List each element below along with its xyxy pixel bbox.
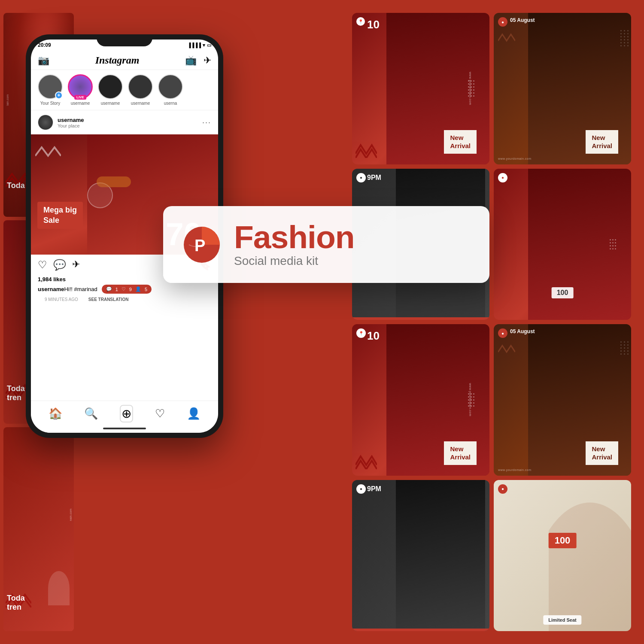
post-caption-row: username Hi!! #marinad 💬 1 ♡ 9 👤 5 xyxy=(31,283,218,295)
nav-home[interactable]: 🏠 xyxy=(49,407,62,420)
your-story-label: Your Story xyxy=(40,101,60,106)
card-top-right-dots xyxy=(620,30,629,46)
story-label-1: username xyxy=(71,101,90,106)
stories-row: + Your Story LIVE username username xyxy=(31,70,218,110)
caption-text: Hi!! #marinad xyxy=(64,286,97,292)
card-top-right-zigzag xyxy=(498,30,515,45)
story-3[interactable]: username xyxy=(128,74,153,106)
sale-badge: Mega bigSale xyxy=(37,202,83,229)
phone-home-bar xyxy=(103,428,146,429)
card-top-left-number: 10 xyxy=(367,18,380,31)
story-your-story[interactable]: + Your Story xyxy=(38,74,63,106)
card-bottom-left-chevron xyxy=(355,452,377,469)
card-top-right-badge: NewArrival xyxy=(586,130,618,154)
card-btm2-right-number: 100 xyxy=(549,533,577,548)
center-overlay-card: P Fashion Social media kit xyxy=(163,206,489,283)
story-4[interactable]: userna xyxy=(158,74,183,106)
card-bottom-left-number: 10 xyxy=(367,329,380,343)
card-bottom-right-zigzag xyxy=(498,341,515,356)
mega-sale-text: Mega bigSale xyxy=(37,202,83,229)
card-bottom-right-pin: ● xyxy=(498,328,507,338)
signal-icon: ▐▐▐▐ xyxy=(188,43,201,48)
card-top-right-date: 05 August xyxy=(510,17,535,23)
card-mid-right: ● 100 xyxy=(494,169,631,320)
send-icon[interactable]: ✈ xyxy=(204,55,211,66)
bubble-heart-count: 9 xyxy=(129,287,132,292)
left-card-3-text: Todatren xyxy=(7,594,25,612)
card-bottom-right-date: 05 August xyxy=(510,328,535,334)
post-user-info: username Your place xyxy=(58,117,84,128)
card-btm2-left-pin: ● xyxy=(356,484,366,494)
post-header: username Your place ··· xyxy=(31,110,218,134)
card-mid-right-number: 100 xyxy=(552,287,574,298)
card-mid-right-dots xyxy=(610,169,627,320)
card-bottom-left-domain: www.yourdomain.com xyxy=(469,383,472,416)
bubble-user-count: 5 xyxy=(145,287,147,292)
card-top-left-pin: 📍 xyxy=(356,17,365,26)
comment-bubble[interactable]: 💬 1 ♡ 9 👤 5 xyxy=(102,285,152,294)
post-username: username xyxy=(58,117,84,123)
bubble-comment-count: 1 xyxy=(115,287,118,292)
live-badge: LIVE xyxy=(74,95,86,100)
fashion-title: Fashion xyxy=(234,221,470,253)
live-story-circle: LIVE xyxy=(68,74,93,99)
card-btm2-right-limited: Limited Seat xyxy=(543,615,581,625)
sunglasses-hint xyxy=(97,176,131,187)
caption-username: username xyxy=(38,286,64,292)
card-bottom-right-badge: NewArrival xyxy=(586,441,618,465)
card-bottom-left-badge: NewArrival xyxy=(444,441,477,465)
ig-header-actions: 📺 ✈ xyxy=(185,55,211,66)
nav-profile[interactable]: 👤 xyxy=(187,407,200,420)
camera-icon[interactable]: 📷 xyxy=(38,55,49,66)
bubble-comment-icon: 💬 xyxy=(106,286,112,292)
wifi-icon: ▾ xyxy=(203,43,205,48)
status-bar: 20:09 ▐▐▐▐ ▾ ▭ xyxy=(38,42,211,48)
card-btm2-left-model xyxy=(396,480,485,632)
card-btm2-left-bottom-bar xyxy=(352,629,489,631)
story-2[interactable]: username xyxy=(98,74,123,106)
comment-icon[interactable]: 💬 xyxy=(53,259,66,271)
post-more-icon[interactable]: ··· xyxy=(202,118,211,127)
heart-icon[interactable]: ♡ xyxy=(38,259,47,271)
story-label-3: username xyxy=(131,101,150,106)
card-btm2-right: ● 100 Limited Seat xyxy=(494,480,631,632)
post-time: 9 MINUTES AGO xyxy=(38,296,85,303)
card-bottom-right-domain: www.yourdomain.com xyxy=(498,468,531,471)
card-btm2-left: ● 9PM xyxy=(352,480,489,632)
nav-heart[interactable]: ♡ xyxy=(155,407,165,420)
status-right-icons: ▐▐▐▐ ▾ ▭ xyxy=(188,42,211,48)
see-translation[interactable]: SEE TRANSLATION xyxy=(88,297,129,302)
card-bottom-left-pin: 📍 xyxy=(356,328,366,338)
instagram-title: Instagram xyxy=(95,55,140,66)
right-cards-grid: 📍 10 NewArrival www.yourdomain.com ● xyxy=(352,13,631,631)
bubble-user-icon: 👤 xyxy=(135,286,141,292)
share-icon[interactable]: ✈ xyxy=(72,259,80,271)
card-btm2-left-time: 9PM xyxy=(367,485,381,493)
post-chevron-deco xyxy=(35,139,61,160)
ppt-logo-svg: P xyxy=(182,225,221,264)
card-top-left-chevron xyxy=(355,141,377,158)
card-btm2-right-pin: ● xyxy=(498,484,507,494)
fashion-subtitle: Social media kit xyxy=(234,254,470,268)
tv-icon[interactable]: 📺 xyxy=(185,55,197,66)
bubble-heart-icon: ♡ xyxy=(122,286,126,292)
post-avatar xyxy=(38,115,53,130)
left-card-3-domain: nain.com xyxy=(69,509,72,521)
card-bottom-left: 📍 10 NewArrival www.yourdomain.com xyxy=(352,324,489,476)
card-mid-left-pin: ● xyxy=(356,173,366,182)
powerpoint-logo: P xyxy=(182,225,221,264)
nav-add[interactable]: ⊕ xyxy=(120,405,133,422)
card-top-right: ● 05 August NewArrival www.yourdomain.co… xyxy=(494,13,631,164)
card-mid-right-pin: ● xyxy=(498,173,507,182)
nav-search[interactable]: 🔍 xyxy=(84,407,98,420)
story-label-2: username xyxy=(101,101,120,106)
story-circle-3 xyxy=(128,74,153,99)
story-circle-2 xyxy=(98,74,123,99)
post-time-row: 9 MINUTES AGO SEE TRANSLATION xyxy=(31,295,218,304)
post-place: Your place xyxy=(58,123,84,128)
your-story-circle: + xyxy=(38,74,63,99)
card-mid-left-bottom-bar xyxy=(352,317,489,320)
story-live[interactable]: LIVE username xyxy=(68,74,93,106)
card-bottom-right: ● 05 August NewArrival www.yourdomain.co… xyxy=(494,324,631,476)
battery-icon: ▭ xyxy=(207,43,211,48)
